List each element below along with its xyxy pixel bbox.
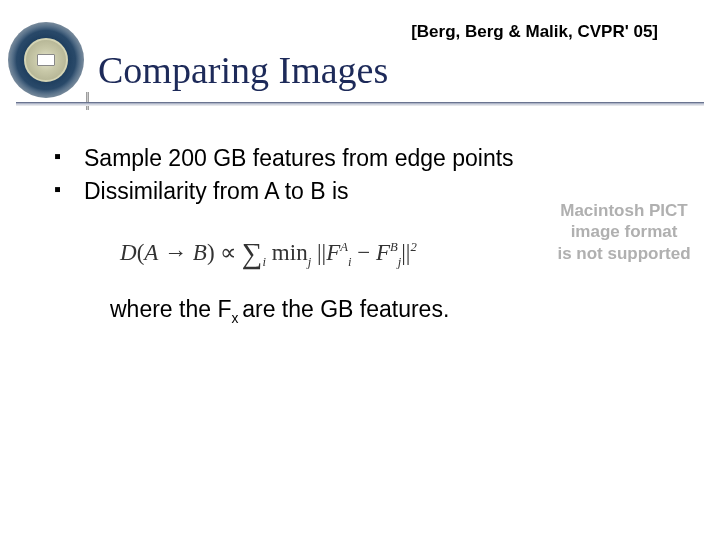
citation-text: [Berg, Berg & Malik, CVPR' 05] <box>411 22 658 42</box>
formula-D: D <box>120 240 137 265</box>
title-divider-tick <box>86 92 89 110</box>
seal-book-icon <box>37 54 55 66</box>
closing-post: are the GB features. <box>242 296 449 322</box>
sup-A: A <box>340 241 348 255</box>
pict-line1: Macintosh PICT <box>560 201 688 220</box>
berkeley-seal-icon <box>8 22 84 98</box>
slide-header: [Berg, Berg & Malik, CVPR' 05] Comparing… <box>0 0 720 115</box>
squared: 2 <box>410 241 416 255</box>
formula-F2: F <box>376 240 390 265</box>
formula-F1: F <box>326 240 340 265</box>
slide-title: Comparing Images <box>98 48 388 92</box>
sub-j: j <box>398 255 402 269</box>
seal-ring <box>8 22 84 98</box>
sub-i: i <box>348 255 352 269</box>
formula-A: A <box>144 240 158 265</box>
pict-line2: image format <box>571 222 678 241</box>
sup-B: B <box>390 241 398 255</box>
seal-center <box>24 38 68 82</box>
min-operator: min <box>272 240 308 265</box>
sigma-symbol: ∑ <box>242 237 263 269</box>
closing-text: where the Fx are the GB features. <box>110 296 690 326</box>
propto-symbol: ∝ <box>220 240 236 265</box>
title-underline <box>16 102 704 106</box>
sigma-index: i <box>263 255 267 269</box>
closing-sub: x <box>231 311 242 326</box>
arrow-icon: → <box>164 240 187 265</box>
bullet-item: Sample 200 GB features from edge points <box>54 143 690 174</box>
pict-line3: is not supported <box>557 244 690 263</box>
pict-placeholder: Macintosh PICT image format is not suppo… <box>548 200 700 264</box>
bullet-list: Sample 200 GB features from edge points … <box>54 143 690 207</box>
closing-pre: where the F <box>110 296 231 322</box>
formula-B: B <box>193 240 207 265</box>
min-index: j <box>308 255 312 269</box>
